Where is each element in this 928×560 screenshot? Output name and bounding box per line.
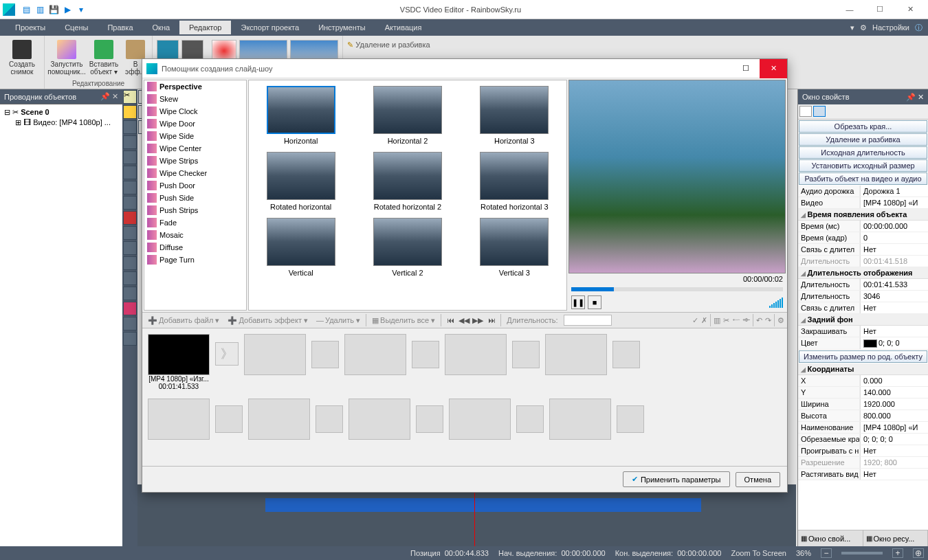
qat-more-icon[interactable]: ▾ <box>76 4 87 15</box>
prop-btn-resize[interactable]: Изменить размер по род. объекту <box>799 350 927 363</box>
tool-chart-icon[interactable] <box>123 271 137 285</box>
prop-row[interactable]: Разрешение1920; 800 <box>798 457 928 469</box>
transition-thumbnail[interactable]: Rotated horizontal 3 <box>468 152 561 211</box>
transition-category-item[interactable]: Skew <box>144 93 246 105</box>
empty-clip-slot[interactable] <box>248 399 310 440</box>
transition-thumbnail[interactable]: Rotated horizontal <box>254 152 347 211</box>
tool-cursor-icon[interactable] <box>123 105 137 119</box>
tab-properties[interactable]: ▦ Окно свой... <box>798 530 863 546</box>
transition-category-item[interactable]: Wipe Strips <box>144 155 246 167</box>
empty-transition-slot[interactable] <box>412 341 439 368</box>
empty-transition-slot[interactable] <box>311 341 339 368</box>
transition-thumbnail[interactable]: Horizontal 3 <box>468 86 561 145</box>
empty-transition-slot[interactable] <box>316 405 343 433</box>
prop-row[interactable]: Связь с длителНет <box>798 244 928 256</box>
empty-transition-slot[interactable] <box>215 405 243 433</box>
tool-a-icon[interactable]: ⬳ <box>732 316 740 324</box>
pin-icon[interactable]: 📌 ✕ <box>100 92 118 101</box>
transition-category-item[interactable]: Push Strips <box>144 204 246 216</box>
tree-video-node[interactable]: ⊞ 🎞 Видео: [MP4 1080p] ... <box>3 117 120 128</box>
empty-transition-slot[interactable] <box>612 341 640 368</box>
empty-clip-slot[interactable] <box>349 399 410 440</box>
transition-thumbnail[interactable]: Vertical <box>254 218 347 277</box>
empty-transition-slot[interactable] <box>617 405 644 433</box>
prop-row[interactable]: Растягивать видНет <box>798 469 928 480</box>
transition-category-item[interactable]: Push Side <box>144 192 246 204</box>
transition-arrow-icon[interactable]: 》 <box>215 342 239 366</box>
qat-play-icon[interactable]: ▶ <box>62 4 73 15</box>
headphones-icon[interactable] <box>157 40 179 59</box>
prop-row[interactable]: Цвет0; 0; 0 <box>798 337 928 350</box>
menu-edit[interactable]: Правка <box>98 21 142 34</box>
tool-brush-icon[interactable] <box>123 256 137 270</box>
menu-tools[interactable]: Инструменты <box>309 21 375 34</box>
tool-redo-icon[interactable]: ↷ <box>765 316 771 325</box>
tool-scissors-icon[interactable]: ✂ <box>123 90 137 104</box>
tool-sub-icon[interactable] <box>123 211 137 225</box>
tool-gear-icon[interactable]: ⚙ <box>777 316 784 325</box>
prop-group[interactable]: Время появления объекта <box>798 209 928 221</box>
delete-button[interactable]: — Удалить ▾ <box>313 315 363 326</box>
prop-btn-splitav[interactable]: Разбить объект на видео и аудио <box>799 172 927 185</box>
dialog-close-button[interactable]: ✕ <box>760 59 787 78</box>
tool-music-icon[interactable] <box>123 302 137 315</box>
timeline-clip[interactable] <box>265 498 701 512</box>
prop-btn-split[interactable]: Удаление и разбивка <box>799 133 927 146</box>
tool-cut-icon[interactable]: ✂ <box>723 316 729 325</box>
zoom-fit-button[interactable]: ⊕ <box>913 548 924 558</box>
prop-btn-crop[interactable]: Обрезать края... <box>799 120 927 133</box>
dialog-maximize-button[interactable]: ☐ <box>732 59 760 78</box>
prop-row[interactable]: Ширина1920.000 <box>798 399 928 410</box>
slideshow-slots[interactable]: [MP4 1080p] «Изг... 00:01:41.533 》 <box>142 328 787 466</box>
transition-thumbnail[interactable]: Horizontal 2 <box>361 86 454 145</box>
tool-line-icon[interactable] <box>123 150 137 164</box>
empty-clip-slot[interactable] <box>148 399 210 440</box>
tab-resources[interactable]: ▦ Окно ресу... <box>863 530 929 546</box>
menu-export[interactable]: Экспорт проекта <box>231 21 309 34</box>
transition-thumbnail[interactable]: Rotated horizontal 2 <box>361 152 454 211</box>
tool-pen-icon[interactable] <box>123 196 137 210</box>
transition-grid[interactable]: HorizontalHorizontal 2Horizontal 3Rotate… <box>248 80 567 311</box>
empty-transition-slot[interactable] <box>516 405 544 433</box>
prop-row[interactable]: Связь с длителНет <box>798 302 928 314</box>
qat-save-icon[interactable]: 💾 <box>48 4 59 15</box>
tool-counter-icon[interactable] <box>123 241 137 255</box>
empty-transition-slot[interactable] <box>512 341 540 368</box>
pause-button[interactable]: ❚❚ <box>571 295 585 309</box>
transition-category-item[interactable]: Mosaic <box>144 229 246 241</box>
tree-scene-node[interactable]: ⊟ ✂ Scene 0 <box>3 107 120 117</box>
prop-row[interactable]: Наименование[MP4 1080p] «И <box>798 422 928 434</box>
empty-clip-slot[interactable] <box>549 399 611 440</box>
prop-group[interactable]: Координаты <box>798 363 928 375</box>
maximize-button[interactable]: ☐ <box>865 0 895 19</box>
stop-button[interactable]: ■ <box>588 295 601 309</box>
tool-ellipse-icon[interactable] <box>123 135 137 149</box>
prop-row[interactable]: Длительность00:01:41.518 <box>798 256 928 267</box>
transition-category-item[interactable]: Wipe Checker <box>144 167 246 179</box>
transition-category-item[interactable]: Wipe Center <box>144 142 246 155</box>
prop-row[interactable]: Время (кадр)0 <box>798 232 928 244</box>
prop-row[interactable]: Длительность3046 <box>798 291 928 302</box>
prop-row[interactable]: Y140.000 <box>798 387 928 399</box>
zoom-in-button[interactable]: + <box>892 548 903 558</box>
sort-categorized-icon[interactable] <box>799 106 812 117</box>
prop-row[interactable]: ЗакрашиватьНет <box>798 326 928 337</box>
add-effect-button[interactable]: ➕ Добавить эффект ▾ <box>225 315 311 326</box>
prop-row[interactable]: Время (мс)00:00:00.000 <box>798 221 928 232</box>
tool-rect-icon[interactable] <box>123 120 137 134</box>
duration-input[interactable] <box>564 315 612 326</box>
tool-undo-icon[interactable]: ↶ <box>756 316 762 325</box>
transition-thumbnail[interactable]: Vertical 2 <box>361 218 454 277</box>
preview-seekbar[interactable] <box>571 287 783 291</box>
pin-icon[interactable]: 📌 ✕ <box>906 93 924 102</box>
prop-row[interactable]: Длительность00:01:41.533 <box>798 279 928 291</box>
empty-clip-slot[interactable] <box>445 334 507 375</box>
tool-person-icon[interactable] <box>123 287 137 300</box>
tool-t-icon[interactable] <box>123 226 137 240</box>
prop-row[interactable]: Проигрывать с нНет <box>798 445 928 457</box>
apply-button[interactable]: ✔Применить параметры <box>623 471 730 487</box>
create-snapshot-button[interactable]: Создать снимок <box>4 37 40 76</box>
properties-list[interactable]: Обрезать края... Удаление и разбивка Исх… <box>798 120 928 530</box>
transition-category-item[interactable]: Fade <box>144 216 246 229</box>
tool-x-icon[interactable]: ✗ <box>701 316 707 325</box>
